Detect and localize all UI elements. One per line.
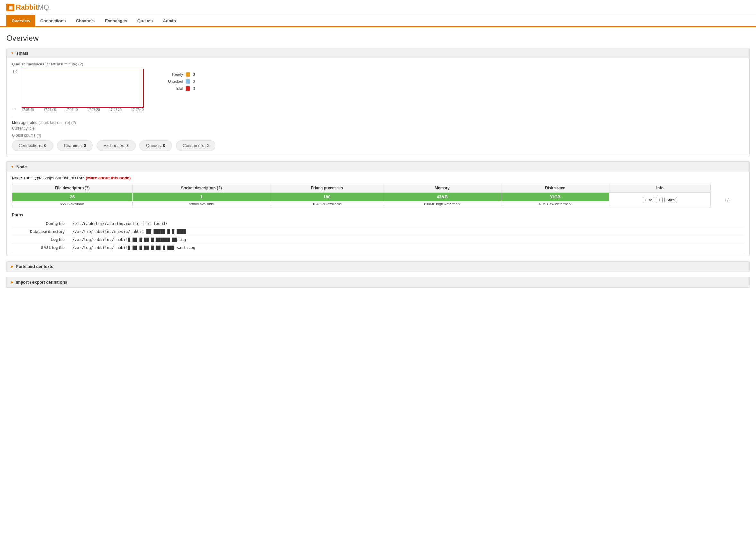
metric-sd-avail: 58889 available [187, 201, 216, 207]
chart-y-min: 0.0 [12, 107, 17, 111]
nav-queues[interactable]: Queues [132, 15, 158, 26]
ports-section-header[interactable]: ▶ Ports and contexts [7, 262, 749, 272]
global-counts-label: Global counts (?) [12, 133, 744, 138]
metric-file-descriptors: 26 65535 available [12, 192, 133, 207]
nav-overview[interactable]: Overview [6, 15, 35, 26]
import-export-label: Import / export definitions [16, 280, 67, 285]
chart-box [21, 69, 144, 108]
chart-container: 1.0 0.0 17:06:50 17:07:00 17:07:10 17:07… [12, 69, 744, 112]
node-section: ▼ Node Node: rabbit@iZ2zeijeb6un95htdfk1… [6, 161, 750, 256]
plus-minus-cell: +/- [711, 192, 744, 207]
import-export-section-header[interactable]: ▶ Import / export definitions [7, 277, 749, 287]
path-log: Log file /var/log/rabbitmq/rabbit█ ██ █ … [12, 236, 744, 244]
info-btn-stats[interactable]: Stats [664, 197, 677, 203]
node-section-body: Node: rabbit@iZ2zeijeb6un95htdfk16fZ (Mo… [7, 172, 749, 256]
node-name: rabbit@iZ2zeijeb6un95htdfk16fZ [24, 176, 85, 180]
nav-admin[interactable]: Admin [158, 15, 181, 26]
chart-x-4: 17:07:30 [109, 108, 122, 112]
metric-fd-avail: 65535 available [58, 201, 86, 207]
legend-ready-value: 0 [193, 72, 195, 77]
metric-erlang-processes: 180 1048576 available [270, 192, 384, 207]
chart-x-2: 17:07:10 [65, 108, 78, 112]
main-content: Overview ▼ Totals Queued messages (chart… [0, 27, 756, 299]
legend-unacked-label: Unacked [156, 79, 183, 84]
metric-ep-avail: 1048576 available [311, 201, 343, 207]
legend-total-value: 0 [193, 86, 195, 91]
ports-label: Ports and contexts [16, 264, 53, 269]
main-nav: Overview Connections Channels Exchanges … [0, 15, 756, 27]
queued-messages-label: Queued messages (chart: last minute) (?) [12, 62, 744, 66]
path-log-value: /var/log/rabbitmq/rabbit█ ██ █ ██ █ ████… [70, 236, 744, 244]
legend-total-color [186, 86, 190, 91]
metric-sd-value: 1 [133, 192, 270, 201]
count-connections: Connections: 0 [12, 140, 53, 151]
page-title: Overview [6, 34, 750, 43]
plus-minus-label[interactable]: +/- [722, 197, 733, 203]
count-exchanges-value: 8 [127, 143, 129, 148]
count-channels-value: 0 [84, 143, 86, 148]
import-export-section: ▶ Import / export definitions [6, 277, 750, 288]
path-config-label: Config file [12, 220, 70, 228]
legend-ready: Ready 0 [156, 72, 195, 77]
count-queues: Queues: 0 [139, 140, 172, 151]
path-config-value: /etc/rabbitmq/rabbitmq.config (not found… [70, 220, 744, 228]
metric-memory: 43MB 800MB high watermark [384, 192, 501, 207]
node-more-link[interactable]: (More about this node) [86, 176, 131, 180]
th-info: Info [609, 184, 711, 192]
count-consumers-value: 0 [206, 143, 209, 148]
ports-arrow-icon: ▶ [11, 265, 13, 268]
info-btn-disc[interactable]: Disc [643, 197, 654, 203]
info-btn-1[interactable]: 1 [656, 197, 662, 203]
metric-disk-value: 31GB [501, 192, 609, 201]
totals-section: ▼ Totals Queued messages (chart: last mi… [6, 48, 750, 156]
path-sasl-label: SASL log file [12, 244, 70, 252]
metric-disk-space: 31GB 48MB low watermark [501, 192, 609, 207]
node-arrow-icon: ▼ [11, 165, 14, 168]
chart-x-labels: 17:06:50 17:07:00 17:07:10 17:07:20 17:0… [21, 108, 144, 112]
node-label: Node [16, 164, 27, 169]
legend-unacked-value: 0 [193, 79, 195, 84]
th-disk-space: Disk space [501, 184, 609, 192]
logo-mq-text: MQ. [38, 3, 51, 11]
import-export-arrow-icon: ▶ [11, 281, 13, 284]
totals-section-header[interactable]: ▼ Totals [7, 48, 749, 58]
nav-channels[interactable]: Channels [71, 15, 100, 26]
th-file-descriptors: File descriptors (?) [12, 184, 133, 192]
th-socket-descriptors: Socket descriptors (?) [133, 184, 270, 192]
path-log-label: Log file [12, 236, 70, 244]
nav-exchanges[interactable]: Exchanges [100, 15, 132, 26]
node-metrics-table: File descriptors (?) Socket descriptors … [12, 183, 744, 207]
path-database: Database directory /var/lib/rabbitmq/mne… [12, 228, 744, 236]
node-info: Node: rabbit@iZ2zeijeb6un95htdfk16fZ (Mo… [12, 176, 744, 180]
chart-wrapper: 1.0 0.0 17:06:50 17:07:00 17:07:10 17:07… [21, 69, 144, 112]
metric-mem-value: 43MB [384, 192, 501, 201]
path-config: Config file /etc/rabbitmq/rabbitmq.confi… [12, 220, 744, 228]
count-exchanges: Exchanges: 8 [97, 140, 136, 151]
nav-connections[interactable]: Connections [35, 15, 71, 26]
legend-total-label: Total [156, 86, 183, 91]
logo-icon: ▣ [6, 4, 14, 11]
totals-label: Totals [16, 51, 28, 56]
legend-ready-color [186, 72, 190, 77]
count-channels: Channels: 0 [57, 140, 93, 151]
path-sasl-value: /var/log/rabbitmq/rabbit█ ██ █ ██ █ ██ █… [70, 244, 744, 252]
metric-disk-avail: 48MB low watermark [537, 201, 573, 207]
count-connections-value: 0 [44, 143, 47, 148]
logo: ▣ RabbitMQ. [6, 3, 51, 11]
node-section-header[interactable]: ▼ Node [7, 162, 749, 172]
chart-x-1: 17:07:00 [43, 108, 56, 112]
path-sasl: SASL log file /var/log/rabbitmq/rabbit█ … [12, 244, 744, 252]
currently-idle: Currently idle [12, 126, 744, 131]
chart-y-max: 1.0 [12, 70, 17, 73]
paths-title: Paths [12, 213, 744, 217]
totals-arrow-icon: ▼ [11, 51, 14, 55]
legend-unacked: Unacked 0 [156, 79, 195, 84]
metric-socket-descriptors: 1 58889 available [133, 192, 270, 207]
path-database-label: Database directory [12, 228, 70, 236]
chart-y-labels: 1.0 0.0 [12, 69, 17, 112]
chart-legend: Ready 0 Unacked 0 Total 0 [156, 69, 195, 91]
metric-ep-value: 180 [270, 192, 383, 201]
header: ▣ RabbitMQ. [0, 0, 756, 15]
path-database-value: /var/lib/rabbitmq/mnesia/rabbit ██ █████… [70, 228, 744, 236]
message-rates-label: Message rates (chart: last minute) (?) [12, 120, 744, 125]
